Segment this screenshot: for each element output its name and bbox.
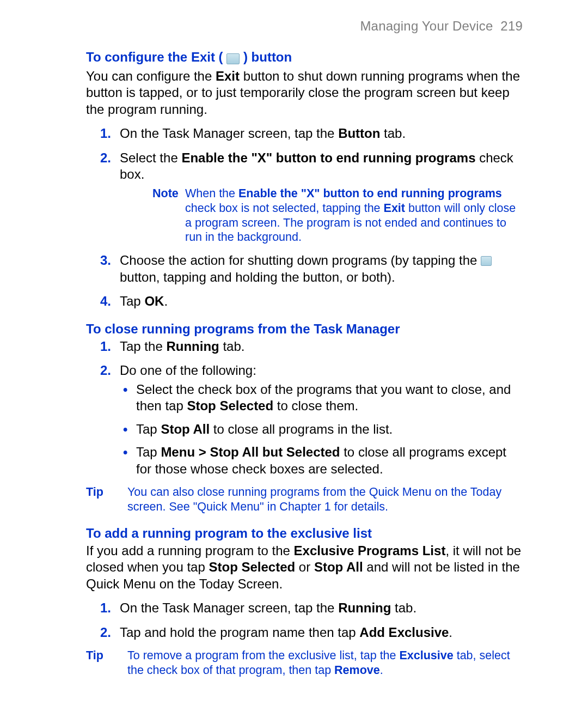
step-4: Tap OK.	[119, 293, 523, 309]
tip-quick-menu: Tip You can also close running programs …	[86, 485, 523, 514]
bullet-stop-all: Tap Stop All to close all programs in th…	[136, 421, 523, 438]
tip-remove-exclusive: Tip To remove a program from the exclusi…	[86, 648, 523, 678]
step-1: Tap the Running tab.	[119, 338, 523, 355]
chapter-title: Managing Your Device	[360, 19, 493, 33]
steps-exclusive-list: On the Task Manager screen, tap the Runn…	[86, 600, 523, 641]
section-exclusive-list: To add a running program to the exclusiv…	[86, 525, 523, 678]
heading-close-running: To close running programs from the Task …	[86, 321, 523, 337]
section-configure-exit: To configure the Exit ( ) button You can…	[86, 49, 523, 310]
bullet-stop-selected: Select the check box of the programs tha…	[136, 381, 523, 415]
step-1: On the Task Manager screen, tap the Butt…	[119, 125, 523, 142]
step-2: Select the Enable the "X" button to end …	[119, 150, 523, 245]
tip-label: Tip	[86, 648, 127, 678]
steps-close-running: Tap the Running tab. Do one of the follo…	[86, 338, 523, 477]
step-3: Choose the action for shutting down prog…	[119, 252, 523, 285]
manual-page: Managing Your Device 219 To configure th…	[0, 0, 588, 723]
heading-exclusive-list: To add a running program to the exclusiv…	[86, 525, 523, 542]
steps-configure-exit: On the Task Manager screen, tap the Butt…	[86, 125, 523, 309]
step-2: Tap and hold the program name then tap A…	[119, 624, 523, 641]
page-number: 219	[500, 19, 523, 33]
note-block: Note When the Enable the "X" button to e…	[152, 186, 523, 245]
running-header: Managing Your Device 219	[86, 19, 523, 34]
heading-configure-exit: To configure the Exit ( ) button	[86, 49, 523, 67]
tip-body: You can also close running programs from…	[127, 485, 523, 514]
note-label: Note	[152, 186, 185, 245]
step-1: On the Task Manager screen, tap the Runn…	[119, 600, 523, 616]
tip-label: Tip	[86, 485, 127, 514]
bullet-options: Select the check box of the programs tha…	[120, 381, 523, 477]
intro-configure-exit: You can configure the Exit button to shu…	[86, 68, 523, 118]
exit-button-icon	[226, 53, 240, 64]
intro-exclusive-list: If you add a running program to the Excl…	[86, 543, 523, 592]
bullet-stop-all-but-selected: Tap Menu > Stop All but Selected to clos…	[136, 444, 523, 477]
exit-button-icon	[481, 256, 492, 266]
step-2: Do one of the following: Select the chec…	[119, 362, 523, 477]
section-close-running: To close running programs from the Task …	[86, 321, 523, 514]
tip-body: To remove a program from the exclusive l…	[127, 648, 523, 678]
note-body: When the Enable the "X" button to end ru…	[185, 186, 523, 245]
